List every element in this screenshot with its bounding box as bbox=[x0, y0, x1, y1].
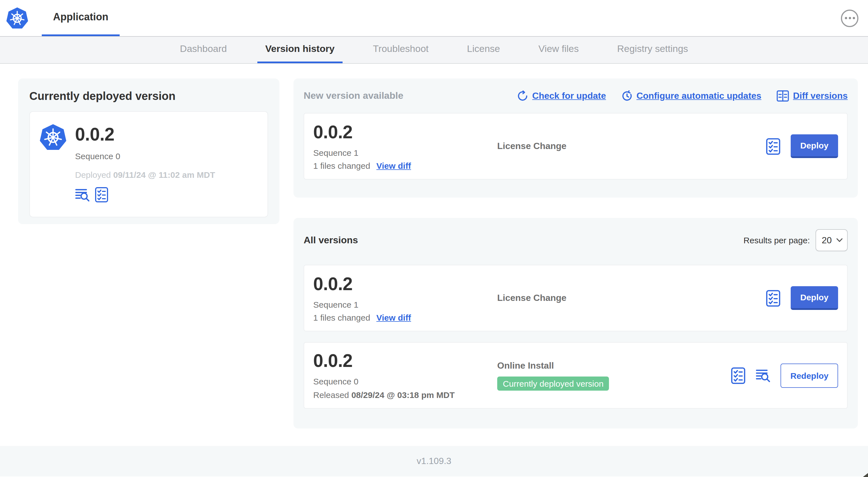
tab-version-history[interactable]: Version history bbox=[257, 37, 343, 63]
view-logs-icon[interactable] bbox=[75, 188, 90, 202]
deploy-button[interactable]: Deploy bbox=[791, 135, 838, 158]
overflow-menu-button[interactable] bbox=[841, 9, 859, 27]
deployed-version-card: 0.0.2 Sequence 0 Deployed 09/11/24 @ 11:… bbox=[29, 111, 268, 217]
tab-view-files[interactable]: View files bbox=[530, 37, 587, 63]
app-title: Application bbox=[53, 11, 108, 23]
version-source-label: License Change bbox=[497, 141, 566, 151]
app-icon bbox=[39, 120, 67, 209]
released-timestamp: Released 08/29/24 @ 03:18 pm MDT bbox=[313, 390, 497, 400]
app-nav-tab[interactable]: Application bbox=[42, 0, 120, 36]
all-versions-title: All versions bbox=[304, 235, 358, 246]
tab-troubleshoot[interactable]: Troubleshoot bbox=[365, 37, 437, 63]
tab-dashboard[interactable]: Dashboard bbox=[172, 37, 235, 63]
new-version-card: 0.0.2 Sequence 1 1 files changed View di… bbox=[304, 113, 848, 180]
app-footer: v1.109.3 bbox=[0, 446, 868, 476]
overflow-menu-icon bbox=[844, 17, 847, 19]
version-label: 0.0.2 bbox=[313, 274, 497, 293]
new-version-panel: New version available Check for update bbox=[293, 79, 858, 198]
currently-deployed-title: Currently deployed version bbox=[29, 90, 268, 103]
view-diff-link[interactable]: View diff bbox=[376, 312, 411, 322]
deployed-timestamp: Deployed 09/11/24 @ 11:02 am MDT bbox=[75, 170, 215, 180]
preflight-checks-icon[interactable] bbox=[95, 187, 108, 203]
sequence-label: Sequence 1 bbox=[313, 299, 497, 309]
console-version: v1.109.3 bbox=[417, 456, 452, 466]
currently-deployed-badge: Currently deployed version bbox=[497, 376, 609, 390]
files-changed-label: 1 files changed bbox=[313, 312, 370, 322]
version-row-sequence-0: 0.0.2 Sequence 0 Released 08/29/24 @ 03:… bbox=[304, 342, 848, 409]
preflight-checks-icon[interactable] bbox=[766, 289, 780, 307]
version-source-label: License Change bbox=[497, 293, 566, 303]
deploy-button[interactable]: Deploy bbox=[791, 286, 838, 310]
currently-deployed-panel: Currently deployed version bbox=[18, 79, 279, 224]
kots-admin-console: Application Dashboard Version history Tr… bbox=[0, 0, 868, 477]
redeploy-button[interactable]: Redeploy bbox=[781, 363, 838, 388]
view-logs-icon[interactable] bbox=[756, 368, 771, 382]
version-source-label: Online Install bbox=[497, 360, 731, 370]
clock-arrow-icon bbox=[621, 90, 632, 101]
deployed-version-label: 0.0.2 bbox=[75, 125, 215, 144]
files-changed-label: 1 files changed bbox=[313, 160, 370, 170]
sequence-label: Sequence 0 bbox=[313, 377, 497, 386]
all-versions-panel: All versions Results per page: 20 bbox=[293, 218, 858, 428]
version-label: 0.0.2 bbox=[313, 351, 497, 370]
cursor-artifact bbox=[863, 473, 868, 477]
header-spacer bbox=[120, 0, 841, 36]
tab-license[interactable]: License bbox=[459, 37, 508, 63]
view-diff-link[interactable]: View diff bbox=[376, 160, 411, 170]
app-header: Application bbox=[0, 0, 868, 37]
results-per-page-label: Results per page: bbox=[744, 235, 810, 245]
refresh-icon bbox=[517, 90, 528, 101]
results-per-page-select[interactable]: 20 bbox=[815, 229, 848, 251]
new-version-title: New version available bbox=[304, 90, 403, 101]
chevron-down-icon bbox=[836, 238, 843, 242]
diff-icon bbox=[777, 90, 789, 101]
sequence-label: Sequence 1 bbox=[313, 148, 497, 157]
tab-registry-settings[interactable]: Registry settings bbox=[609, 37, 696, 63]
kubernetes-logo-icon bbox=[6, 0, 29, 36]
deployed-sequence-label: Sequence 0 bbox=[75, 151, 215, 161]
version-row-sequence-1: 0.0.2 Sequence 1 1 files changed View di… bbox=[304, 265, 848, 331]
diff-versions-link[interactable]: Diff versions bbox=[777, 90, 848, 101]
main-content: Currently deployed version bbox=[0, 64, 868, 428]
app-subnav: Dashboard Version history Troubleshoot L… bbox=[0, 37, 868, 64]
check-for-update-link[interactable]: Check for update bbox=[517, 90, 606, 101]
preflight-checks-icon[interactable] bbox=[731, 367, 746, 384]
version-label: 0.0.2 bbox=[313, 122, 497, 141]
configure-automatic-updates-link[interactable]: Configure automatic updates bbox=[621, 90, 761, 101]
preflight-checks-icon[interactable] bbox=[766, 138, 780, 155]
